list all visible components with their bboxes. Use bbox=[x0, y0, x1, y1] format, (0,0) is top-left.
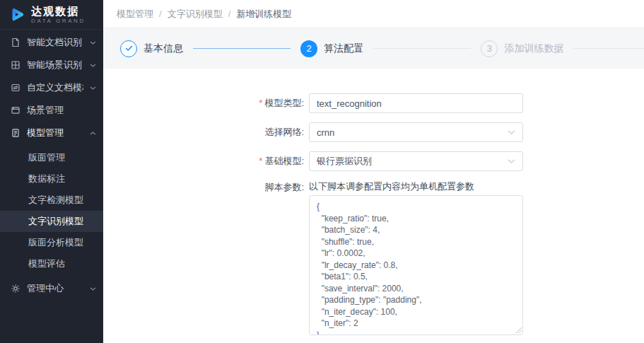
network-label: 选择网络: bbox=[103, 122, 304, 142]
breadcrumb-item-model-management[interactable]: 模型管理 bbox=[117, 8, 153, 21]
script-params-group: 以下脚本调参配置内容均为单机配置参数 { "keep_ratio": true,… bbox=[309, 180, 523, 338]
model-icon bbox=[11, 128, 21, 138]
form-row-network: 选择网络: crnn bbox=[103, 122, 644, 142]
step-connector bbox=[373, 48, 471, 49]
chevron-down-icon bbox=[90, 64, 96, 67]
model-type-label: *模型类型: bbox=[103, 93, 304, 113]
breadcrumb-bar: 模型管理 / 文字识别模型 / 新增训练模型 bbox=[103, 0, 644, 28]
required-mark: * bbox=[259, 156, 262, 166]
sidebar-item-label: 智能场景识别 bbox=[27, 59, 83, 71]
step-connector bbox=[573, 48, 644, 49]
step-label: 基本信息 bbox=[144, 42, 183, 55]
breadcrumb-separator: / bbox=[159, 8, 162, 19]
sidebar-subitem-text-detection-model[interactable]: 文字检测模型 bbox=[0, 190, 103, 211]
base-model-select-value: 银行票据识别 bbox=[317, 155, 372, 168]
field-label-text: 模型类型: bbox=[264, 98, 304, 108]
chevron-down-icon bbox=[508, 159, 515, 163]
sidebar-item-label: 场景管理 bbox=[27, 104, 96, 117]
step-algorithm-config: 2 算法配置 bbox=[300, 40, 363, 57]
sidebar-menu: 智能文档识别 智能场景识别 自定义文档模板 bbox=[0, 30, 103, 343]
breadcrumb-current: 新增训练模型 bbox=[236, 8, 291, 21]
breadcrumb: 模型管理 / 文字识别模型 / 新增训练模型 bbox=[117, 8, 291, 21]
network-select[interactable]: crnn bbox=[309, 122, 523, 142]
sidebar-item-smart-scene-recognition[interactable]: 智能场景识别 bbox=[0, 54, 103, 76]
step-basic-info: 基本信息 bbox=[120, 40, 183, 57]
sidebar-item-label: 模型管理 bbox=[27, 127, 83, 139]
gear-icon bbox=[11, 284, 21, 293]
breadcrumb-item-text-recognition-model[interactable]: 文字识别模型 bbox=[168, 8, 223, 21]
field-label-text: 基础模型: bbox=[264, 156, 304, 166]
sidebar-item-scene-management[interactable]: 场景管理 bbox=[0, 99, 103, 122]
sidebar-subitem-model-evaluation[interactable]: 模型评估 bbox=[0, 253, 103, 274]
sidebar-item-label: 自定义文档模板 bbox=[27, 81, 83, 94]
field-label-text: 选择网络: bbox=[264, 127, 304, 137]
base-model-label: *基础模型: bbox=[103, 151, 304, 171]
step-label: 添加训练数据 bbox=[504, 42, 563, 55]
base-model-select[interactable]: 银行票据识别 bbox=[309, 151, 523, 171]
sidebar-item-smart-doc-recognition[interactable]: 智能文档识别 bbox=[0, 31, 103, 54]
scene-icon bbox=[11, 105, 21, 115]
chevron-down-icon bbox=[90, 41, 96, 45]
sidebar-subitem-label: 数据标注 bbox=[28, 173, 65, 184]
sidebar-item-model-management[interactable]: 模型管理 bbox=[0, 122, 103, 144]
brand-text: 达观数据 DATA GRAND bbox=[31, 5, 86, 23]
brand-title: 达观数据 bbox=[31, 5, 86, 17]
chevron-down-icon bbox=[508, 130, 515, 134]
sidebar-subitem-layout-management[interactable]: 版面管理 bbox=[0, 147, 103, 168]
brand-subtitle: DATA GRAND bbox=[31, 18, 86, 24]
step-number-badge: 3 bbox=[481, 40, 498, 57]
sidebar-subitem-label: 文字识别模型 bbox=[28, 216, 83, 226]
step-finished-check-icon bbox=[120, 40, 137, 57]
script-params-label: 脚本参数: bbox=[103, 180, 304, 193]
field-label-text: 脚本参数: bbox=[264, 182, 304, 192]
sidebar-subitem-data-annotation[interactable]: 数据标注 bbox=[0, 168, 103, 190]
chevron-down-icon bbox=[90, 287, 96, 291]
sidebar-item-label: 管理中心 bbox=[27, 282, 83, 295]
sidebar-subitem-label: 模型评估 bbox=[28, 258, 65, 269]
sidebar-subitem-text-recognition-model[interactable]: 文字识别模型 bbox=[0, 211, 103, 232]
sidebar-subitem-label: 文字检测模型 bbox=[28, 194, 83, 205]
required-mark: * bbox=[259, 98, 262, 108]
step-label: 算法配置 bbox=[324, 42, 363, 55]
grid-icon bbox=[11, 60, 21, 70]
template-icon bbox=[11, 83, 21, 93]
brand-logo[interactable]: 达观数据 DATA GRAND bbox=[0, 0, 103, 30]
brand-logo-icon bbox=[8, 6, 26, 23]
sidebar-subitem-label: 版面分析模型 bbox=[28, 237, 83, 248]
network-select-value: crnn bbox=[317, 127, 334, 138]
sidebar-subitem-label: 版面管理 bbox=[28, 152, 65, 163]
script-params-hint: 以下脚本调参配置内容均为单机配置参数 bbox=[309, 180, 523, 192]
document-icon bbox=[11, 37, 21, 47]
model-type-input[interactable] bbox=[309, 93, 523, 113]
sidebar-item-label: 智能文档识别 bbox=[27, 36, 83, 49]
app-window: 达观数据 DATA GRAND 智能文档识别 智能场景识别 bbox=[0, 0, 644, 343]
model-management-submenu: 版面管理 数据标注 文字检测模型 文字识别模型 版面分析模型 模型评估 bbox=[0, 147, 103, 274]
chevron-down-icon bbox=[90, 86, 96, 90]
script-params-textarea[interactable]: { "keep_ratio": true, "batch_size": 4, "… bbox=[309, 195, 523, 335]
sidebar-item-admin-center[interactable]: 管理中心 bbox=[0, 277, 103, 300]
chevron-up-icon bbox=[90, 132, 96, 135]
sidebar-subitem-layout-analysis-model[interactable]: 版面分析模型 bbox=[0, 232, 103, 253]
step-number-badge: 2 bbox=[300, 40, 317, 57]
sidebar: 达观数据 DATA GRAND 智能文档识别 智能场景识别 bbox=[0, 0, 103, 343]
step-connector bbox=[193, 48, 291, 49]
form-row-base-model: *基础模型: 银行票据识别 bbox=[103, 151, 644, 171]
stepper: 基本信息 2 算法配置 3 添加训练数据 bbox=[103, 28, 644, 69]
form-row-model-type: *模型类型: bbox=[103, 93, 644, 113]
main-area: 模型管理 / 文字识别模型 / 新增训练模型 基本信息 2 算法配置 3 bbox=[103, 0, 644, 343]
sidebar-item-custom-doc-template[interactable]: 自定义文档模板 bbox=[0, 76, 103, 99]
form-row-script-params: 脚本参数: 以下脚本调参配置内容均为单机配置参数 { "keep_ratio":… bbox=[103, 180, 644, 338]
step-add-training-data: 3 添加训练数据 bbox=[481, 40, 563, 57]
form-panel: *模型类型: 选择网络: crnn *基础模型: 银行票据识别 脚本参数: bbox=[103, 69, 644, 343]
script-params-textarea-wrap: { "keep_ratio": true, "batch_size": 4, "… bbox=[309, 195, 523, 335]
breadcrumb-separator: / bbox=[228, 8, 231, 19]
